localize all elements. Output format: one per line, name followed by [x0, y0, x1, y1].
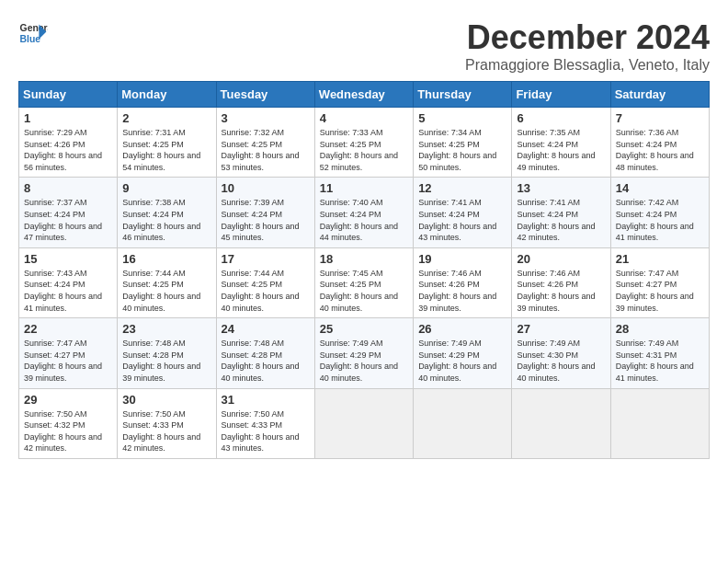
weekday-header-friday: Friday — [512, 82, 610, 108]
calendar-cell: 2 Sunrise: 7:31 AMSunset: 4:25 PMDayligh… — [118, 108, 216, 178]
day-number: 13 — [517, 181, 605, 195]
day-number: 4 — [320, 111, 408, 125]
weekday-header-saturday: Saturday — [610, 82, 709, 108]
day-info: Sunrise: 7:35 AMSunset: 4:24 PMDaylight:… — [517, 128, 595, 172]
calendar-cell: 16 Sunrise: 7:44 AMSunset: 4:25 PMDaylig… — [118, 247, 216, 317]
day-number: 23 — [122, 322, 210, 336]
day-info: Sunrise: 7:50 AMSunset: 4:33 PMDaylight:… — [122, 409, 200, 454]
day-info: Sunrise: 7:39 AMSunset: 4:24 PMDaylight:… — [222, 198, 300, 242]
calendar-cell: 25 Sunrise: 7:49 AMSunset: 4:29 PMDaylig… — [314, 318, 413, 388]
calendar-cell: 27 Sunrise: 7:49 AMSunset: 4:30 PMDaylig… — [512, 318, 610, 388]
weekday-header-row: SundayMondayTuesdayWednesdayThursdayFrid… — [19, 82, 710, 108]
day-number: 30 — [122, 393, 210, 407]
day-number: 26 — [418, 322, 506, 336]
calendar-cell: 22 Sunrise: 7:47 AMSunset: 4:27 PMDaylig… — [19, 318, 118, 388]
calendar-cell: 30 Sunrise: 7:50 AMSunset: 4:33 PMDaylig… — [118, 388, 216, 458]
day-number: 22 — [24, 322, 112, 336]
calendar-cell — [314, 388, 413, 458]
calendar-cell: 4 Sunrise: 7:33 AMSunset: 4:25 PMDayligh… — [314, 108, 413, 178]
day-number: 28 — [616, 322, 704, 336]
day-number: 15 — [24, 252, 112, 266]
calendar-cell: 11 Sunrise: 7:40 AMSunset: 4:24 PMDaylig… — [314, 178, 413, 247]
day-info: Sunrise: 7:46 AMSunset: 4:26 PMDaylight:… — [517, 269, 595, 313]
day-info: Sunrise: 7:49 AMSunset: 4:29 PMDaylight:… — [320, 339, 398, 383]
weekday-header-tuesday: Tuesday — [216, 82, 314, 108]
calendar-cell: 1 Sunrise: 7:29 AMSunset: 4:26 PMDayligh… — [19, 108, 118, 178]
calendar-cell: 15 Sunrise: 7:43 AMSunset: 4:24 PMDaylig… — [19, 247, 118, 317]
day-number: 11 — [320, 181, 408, 195]
day-info: Sunrise: 7:38 AMSunset: 4:24 PMDaylight:… — [122, 198, 200, 242]
day-info: Sunrise: 7:47 AMSunset: 4:27 PMDaylight:… — [24, 339, 102, 383]
day-info: Sunrise: 7:29 AMSunset: 4:26 PMDaylight:… — [24, 128, 102, 172]
day-info: Sunrise: 7:44 AMSunset: 4:25 PMDaylight:… — [222, 269, 300, 313]
calendar-cell — [512, 388, 610, 458]
day-info: Sunrise: 7:47 AMSunset: 4:27 PMDaylight:… — [616, 269, 694, 313]
day-info: Sunrise: 7:45 AMSunset: 4:25 PMDaylight:… — [320, 269, 398, 313]
week-row-5: 29 Sunrise: 7:50 AMSunset: 4:32 PMDaylig… — [19, 388, 710, 458]
day-number: 1 — [24, 111, 112, 125]
day-info: Sunrise: 7:50 AMSunset: 4:33 PMDaylight:… — [222, 409, 300, 454]
month-title: December 2024 — [465, 18, 710, 57]
week-row-4: 22 Sunrise: 7:47 AMSunset: 4:27 PMDaylig… — [19, 318, 710, 388]
weekday-header-monday: Monday — [118, 82, 216, 108]
day-info: Sunrise: 7:33 AMSunset: 4:25 PMDaylight:… — [320, 128, 398, 172]
day-number: 2 — [122, 111, 210, 125]
calendar-cell: 12 Sunrise: 7:41 AMSunset: 4:24 PMDaylig… — [414, 178, 512, 247]
day-number: 5 — [418, 111, 506, 125]
calendar-cell — [610, 388, 709, 458]
calendar-cell: 6 Sunrise: 7:35 AMSunset: 4:24 PMDayligh… — [512, 108, 610, 178]
day-number: 25 — [320, 322, 408, 336]
title-section: December 2024 Pramaggiore Blessaglia, Ve… — [465, 18, 710, 74]
calendar-cell: 19 Sunrise: 7:46 AMSunset: 4:26 PMDaylig… — [414, 247, 512, 317]
calendar-cell: 18 Sunrise: 7:45 AMSunset: 4:25 PMDaylig… — [314, 247, 413, 317]
day-info: Sunrise: 7:49 AMSunset: 4:31 PMDaylight:… — [616, 339, 694, 383]
calendar-cell: 21 Sunrise: 7:47 AMSunset: 4:27 PMDaylig… — [610, 247, 709, 317]
calendar-cell — [414, 388, 512, 458]
calendar-table: SundayMondayTuesdayWednesdayThursdayFrid… — [18, 81, 710, 459]
day-number: 14 — [616, 181, 704, 195]
day-number: 29 — [24, 393, 112, 407]
calendar-cell: 20 Sunrise: 7:46 AMSunset: 4:26 PMDaylig… — [512, 247, 610, 317]
day-info: Sunrise: 7:42 AMSunset: 4:24 PMDaylight:… — [616, 198, 694, 242]
day-info: Sunrise: 7:41 AMSunset: 4:24 PMDaylight:… — [517, 198, 595, 242]
day-info: Sunrise: 7:41 AMSunset: 4:24 PMDaylight:… — [418, 198, 496, 242]
day-info: Sunrise: 7:49 AMSunset: 4:30 PMDaylight:… — [517, 339, 595, 383]
day-number: 31 — [222, 393, 310, 407]
day-number: 18 — [320, 252, 408, 266]
logo-icon: General Blue — [18, 18, 48, 48]
week-row-3: 15 Sunrise: 7:43 AMSunset: 4:24 PMDaylig… — [19, 247, 710, 317]
day-info: Sunrise: 7:32 AMSunset: 4:25 PMDaylight:… — [222, 128, 300, 172]
day-info: Sunrise: 7:31 AMSunset: 4:25 PMDaylight:… — [122, 128, 200, 172]
calendar-cell: 9 Sunrise: 7:38 AMSunset: 4:24 PMDayligh… — [118, 178, 216, 247]
day-info: Sunrise: 7:34 AMSunset: 4:25 PMDaylight:… — [418, 128, 496, 172]
day-info: Sunrise: 7:48 AMSunset: 4:28 PMDaylight:… — [122, 339, 200, 383]
calendar-cell: 14 Sunrise: 7:42 AMSunset: 4:24 PMDaylig… — [610, 178, 709, 247]
day-number: 17 — [222, 252, 310, 266]
calendar-cell: 23 Sunrise: 7:48 AMSunset: 4:28 PMDaylig… — [118, 318, 216, 388]
day-number: 21 — [616, 252, 704, 266]
day-number: 8 — [24, 181, 112, 195]
day-number: 24 — [222, 322, 310, 336]
calendar-cell: 26 Sunrise: 7:49 AMSunset: 4:29 PMDaylig… — [414, 318, 512, 388]
calendar-cell: 28 Sunrise: 7:49 AMSunset: 4:31 PMDaylig… — [610, 318, 709, 388]
day-number: 16 — [122, 252, 210, 266]
weekday-header-sunday: Sunday — [19, 82, 118, 108]
week-row-1: 1 Sunrise: 7:29 AMSunset: 4:26 PMDayligh… — [19, 108, 710, 178]
day-number: 3 — [222, 111, 310, 125]
logo: General Blue — [18, 18, 48, 48]
weekday-header-wednesday: Wednesday — [314, 82, 413, 108]
day-number: 9 — [122, 181, 210, 195]
day-number: 12 — [418, 181, 506, 195]
page-header: General Blue December 2024 Pramaggiore B… — [18, 18, 710, 74]
day-info: Sunrise: 7:37 AMSunset: 4:24 PMDaylight:… — [24, 198, 102, 242]
day-number: 20 — [517, 252, 605, 266]
day-number: 10 — [222, 181, 310, 195]
svg-text:Blue: Blue — [20, 34, 41, 44]
calendar-cell: 3 Sunrise: 7:32 AMSunset: 4:25 PMDayligh… — [216, 108, 314, 178]
calendar-cell: 17 Sunrise: 7:44 AMSunset: 4:25 PMDaylig… — [216, 247, 314, 317]
day-info: Sunrise: 7:48 AMSunset: 4:28 PMDaylight:… — [222, 339, 300, 383]
calendar-cell: 7 Sunrise: 7:36 AMSunset: 4:24 PMDayligh… — [610, 108, 709, 178]
day-info: Sunrise: 7:36 AMSunset: 4:24 PMDaylight:… — [616, 128, 694, 172]
calendar-cell: 13 Sunrise: 7:41 AMSunset: 4:24 PMDaylig… — [512, 178, 610, 247]
calendar-cell: 29 Sunrise: 7:50 AMSunset: 4:32 PMDaylig… — [19, 388, 118, 458]
